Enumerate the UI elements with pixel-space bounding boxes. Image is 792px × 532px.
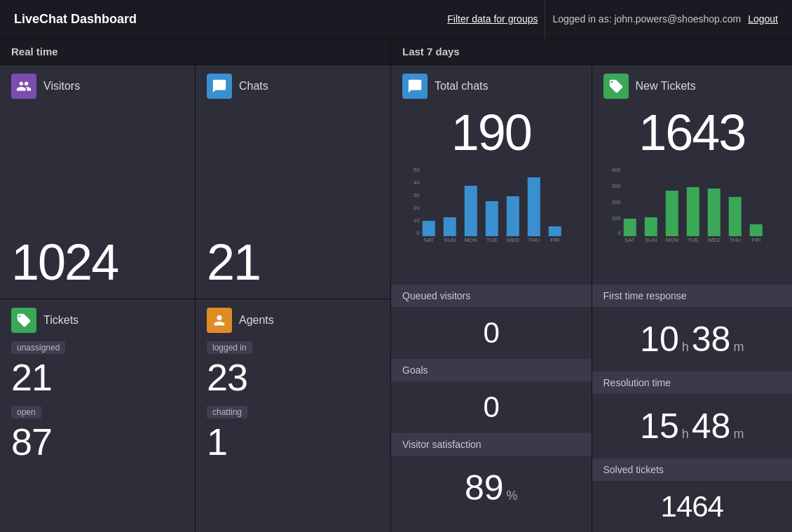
svg-rect-30	[728, 197, 741, 236]
tickets-icon	[16, 313, 32, 328]
svg-text:FRI: FRI	[550, 237, 559, 243]
agents-icon-bg	[207, 308, 232, 333]
svg-rect-29	[707, 189, 720, 236]
header-right: Filter data for groups Logged in as: joh…	[447, 0, 778, 39]
svg-rect-12	[549, 226, 561, 236]
svg-rect-26	[644, 217, 657, 236]
chatting-label: chatting	[207, 406, 247, 418]
svg-rect-9	[486, 201, 498, 236]
svg-text:20: 20	[414, 205, 420, 211]
total-chats-chart: 50 40 30 20 10 0	[402, 166, 580, 273]
resolution-time-label: Resolution time	[603, 377, 671, 388]
svg-rect-10	[507, 196, 519, 236]
resolution-hours: 15	[640, 406, 679, 446]
queued-visitors-header: Queued visitors	[391, 285, 592, 307]
new-tickets-icon-bg	[603, 74, 629, 99]
svg-text:200: 200	[611, 199, 621, 205]
unassigned-label: unassigned	[11, 341, 65, 354]
svg-text:WED: WED	[506, 237, 519, 243]
goals-value: 0	[402, 388, 580, 427]
right-stats-col: First time response 10 h 38 m Resolution…	[592, 285, 793, 532]
new-tickets-label: New Tickets	[636, 80, 696, 93]
goals-item: 0	[391, 382, 592, 432]
solved-tickets-item: 1464	[592, 482, 793, 532]
last7days-header: Last 7 days	[391, 39, 792, 65]
resolution-minutes: 48	[692, 406, 731, 446]
first-response-minutes: 38	[692, 319, 731, 360]
svg-rect-25	[623, 219, 636, 236]
realtime-header: Real time	[0, 39, 390, 65]
svg-rect-27	[665, 191, 678, 236]
unassigned-value: 21	[11, 355, 184, 399]
svg-text:50: 50	[414, 167, 420, 173]
svg-text:400: 400	[611, 167, 621, 173]
new-tickets-card: New Tickets 1643 400 300 200 100 0	[592, 65, 793, 285]
svg-text:THU: THU	[729, 237, 741, 243]
agents-card: Agents logged in 23 chatting 1	[196, 299, 390, 533]
open-label: open	[11, 406, 41, 418]
first-response-val: 10 h 38 m	[603, 313, 781, 365]
visitor-satisfaction-header: Visitor satisfaction	[391, 433, 592, 456]
goals-header: Goals	[391, 359, 592, 381]
resolution-m-label: m	[733, 427, 744, 442]
total-chats-card: Total chats 190 50 40 30 20 10 0	[391, 65, 592, 285]
tickets-card-header: Tickets	[11, 308, 184, 333]
agents-label: Agents	[239, 314, 274, 327]
svg-text:MON: MON	[665, 237, 678, 243]
total-chats-label: Total chats	[435, 80, 488, 93]
resolution-time-header: Resolution time	[592, 371, 793, 394]
chats-icon	[212, 79, 227, 94]
visitor-satisfaction-val: 89 %	[402, 462, 580, 514]
svg-text:0: 0	[416, 230, 420, 236]
new-tickets-svg: 400 300 200 100 0	[603, 166, 781, 243]
svg-rect-31	[749, 224, 762, 236]
tickets-sub: unassigned 21 open 87	[11, 336, 184, 524]
total-chats-header: Total chats	[402, 74, 580, 99]
svg-rect-8	[465, 186, 477, 236]
resolution-time-item: 15 h 48 m	[592, 395, 793, 458]
svg-text:30: 30	[414, 192, 420, 198]
chats-value: 21	[207, 230, 379, 290]
right-panel: Last 7 days Total chats 190 50	[391, 39, 792, 532]
first-response-m-label: m	[733, 340, 744, 355]
total-chats-value: 190	[402, 102, 580, 163]
resolution-h-label: h	[682, 427, 689, 442]
visitors-card-header: Visitors	[11, 74, 184, 99]
goals-label: Goals	[402, 364, 428, 376]
svg-text:100: 100	[611, 215, 621, 221]
solved-tickets-header: Solved tickets	[592, 458, 793, 481]
queued-visitors-label: Queued visitors	[402, 290, 470, 301]
new-tickets-value: 1643	[603, 102, 781, 163]
solved-tickets-value: 1464	[603, 487, 781, 526]
visitors-icon-bg	[11, 74, 36, 99]
visitors-value: 1024	[11, 230, 184, 290]
right-bottom-grid: Queued visitors 0 Goals 0 Visitor satisf…	[391, 285, 792, 532]
svg-text:TUE: TUE	[486, 237, 498, 243]
visitor-satisfaction-item: 89 %	[391, 456, 592, 519]
svg-text:SAT: SAT	[423, 237, 434, 243]
svg-text:TUE: TUE	[687, 237, 698, 243]
header-divider	[545, 0, 545, 39]
logged-in-value: 23	[207, 355, 379, 399]
right-top-grid: Total chats 190 50 40 30 20 10 0	[391, 65, 792, 285]
left-panel: Real time Visitors 1024	[0, 39, 391, 532]
visitor-satisfaction-label: Visitor satisfaction	[402, 439, 482, 450]
visitor-satisfaction-number: 89	[465, 468, 504, 508]
logout-link[interactable]: Logout	[748, 13, 778, 25]
chats-card: Chats 21	[196, 65, 390, 299]
total-chats-icon	[407, 79, 423, 94]
agents-sub: logged in 23 chatting 1	[207, 336, 379, 524]
svg-rect-11	[528, 177, 540, 236]
visitors-card: Visitors 1024	[0, 65, 195, 299]
new-tickets-icon	[608, 79, 624, 94]
agents-icon	[212, 313, 227, 328]
filter-link[interactable]: Filter data for groups	[447, 13, 538, 25]
resolution-time-val: 15 h 48 m	[603, 400, 781, 452]
tickets-icon-bg	[11, 308, 36, 333]
first-response-h-label: h	[682, 340, 689, 355]
logged-in-label: logged in	[207, 341, 252, 354]
new-tickets-header: New Tickets	[603, 74, 781, 99]
auth-info: Logged in as: john.powers@shoeshop.com	[552, 13, 741, 25]
svg-text:SUN: SUN	[444, 237, 456, 243]
app-title: LiveChat Dashboard	[14, 12, 137, 27]
